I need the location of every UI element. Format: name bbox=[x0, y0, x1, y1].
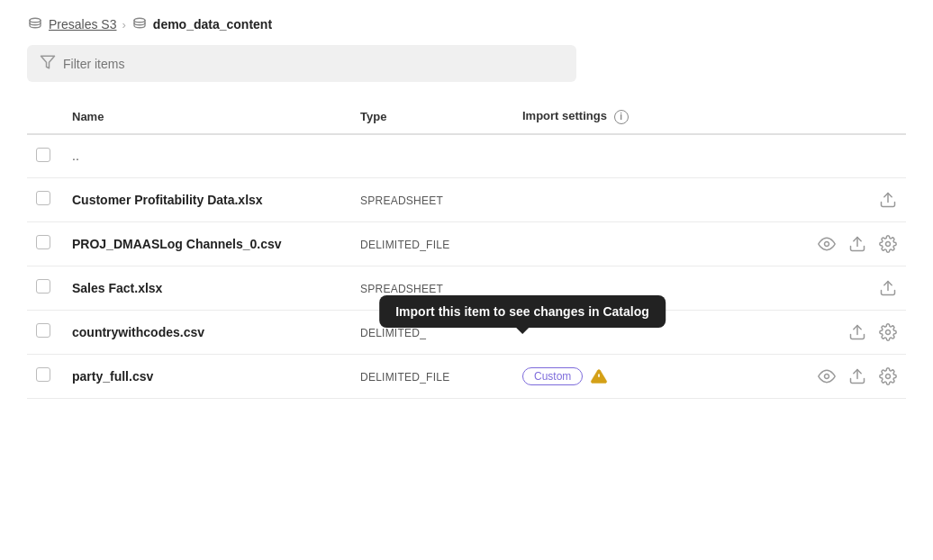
settings-icon[interactable] bbox=[879, 235, 897, 253]
table-row: .. bbox=[27, 134, 906, 178]
row-checkbox[interactable] bbox=[36, 367, 50, 382]
settings-icon[interactable] bbox=[879, 367, 897, 385]
preview-icon[interactable] bbox=[818, 235, 836, 253]
header-type: Type bbox=[351, 100, 513, 134]
upload-icon[interactable] bbox=[848, 235, 866, 253]
row-actions bbox=[702, 191, 897, 209]
row-checkbox[interactable] bbox=[36, 191, 50, 205]
warning-icon bbox=[590, 367, 608, 385]
table-row: Sales Fact.xlsx SPREADSHEET bbox=[27, 266, 906, 310]
svg-point-12 bbox=[825, 374, 829, 378]
header-import-settings: Import settings i bbox=[513, 100, 693, 134]
svg-point-14 bbox=[886, 374, 891, 378]
breadcrumb: Presales S3 › demo_data_content bbox=[0, 0, 933, 45]
table-row: Customer Profitability Data.xlsx SPREADS… bbox=[27, 177, 906, 221]
row-actions bbox=[702, 367, 897, 385]
svg-point-1 bbox=[134, 18, 145, 23]
table-row: PROJ_DMAASLog Channels_0.csv DELIMITED_F… bbox=[27, 221, 906, 266]
breadcrumb-current: demo_data_content bbox=[153, 17, 272, 32]
file-type: SPREADSHEET bbox=[360, 194, 443, 207]
filter-input[interactable] bbox=[63, 57, 564, 71]
breadcrumb-separator: › bbox=[122, 18, 125, 32]
files-table: Name Type Import settings i .. bbox=[27, 100, 906, 399]
svg-marker-2 bbox=[41, 56, 55, 68]
table-container: Name Type Import settings i .. bbox=[0, 100, 933, 399]
database-icon-current bbox=[131, 16, 148, 32]
row-checkbox[interactable] bbox=[36, 323, 50, 338]
file-type: DELIMITED_ bbox=[360, 327, 426, 339]
row-checkbox[interactable] bbox=[36, 279, 50, 294]
preview-icon[interactable] bbox=[818, 367, 836, 385]
import-settings-info-icon[interactable]: i bbox=[614, 110, 629, 124]
row-checkbox[interactable] bbox=[36, 235, 50, 249]
file-name: Customer Profitability Data.xlsx bbox=[72, 193, 263, 207]
file-type: SPREADSHEET bbox=[360, 283, 443, 295]
svg-point-6 bbox=[886, 241, 891, 246]
header-actions bbox=[693, 100, 906, 134]
upload-icon[interactable] bbox=[848, 323, 866, 341]
row-actions bbox=[702, 323, 897, 341]
upload-icon[interactable] bbox=[879, 191, 897, 209]
row-checkbox-parent[interactable] bbox=[36, 148, 50, 162]
row-actions bbox=[702, 279, 897, 297]
table-row: party_full.csv DELIMITED_FILE Custom bbox=[27, 354, 906, 398]
row-actions bbox=[702, 235, 897, 253]
svg-point-9 bbox=[886, 330, 891, 334]
header-checkbox-col bbox=[27, 100, 63, 134]
header-name: Name bbox=[63, 100, 351, 134]
filter-icon bbox=[40, 54, 56, 73]
upload-icon[interactable] bbox=[879, 279, 897, 297]
svg-point-4 bbox=[825, 241, 829, 246]
file-name: PROJ_DMAASLog Channels_0.csv bbox=[72, 237, 282, 251]
database-icon-parent bbox=[27, 16, 43, 32]
filter-bar bbox=[27, 45, 906, 82]
upload-icon[interactable] bbox=[848, 367, 866, 385]
file-name: party_full.csv bbox=[72, 369, 153, 384]
file-type: DELIMITED_FILE bbox=[360, 239, 449, 251]
parent-dir-label: .. bbox=[72, 149, 79, 163]
svg-point-0 bbox=[30, 18, 41, 23]
file-name: countrywithcodes.csv bbox=[72, 325, 204, 339]
breadcrumb-parent-link[interactable]: Presales S3 bbox=[49, 17, 116, 32]
table-row: countrywithcodes.csv DELIMITED_ Import t… bbox=[27, 310, 906, 354]
file-type: DELIMITED_FILE bbox=[360, 371, 449, 384]
settings-icon[interactable] bbox=[879, 323, 897, 341]
custom-badge[interactable]: Custom bbox=[522, 367, 583, 385]
file-name: Sales Fact.xlsx bbox=[72, 281, 162, 295]
